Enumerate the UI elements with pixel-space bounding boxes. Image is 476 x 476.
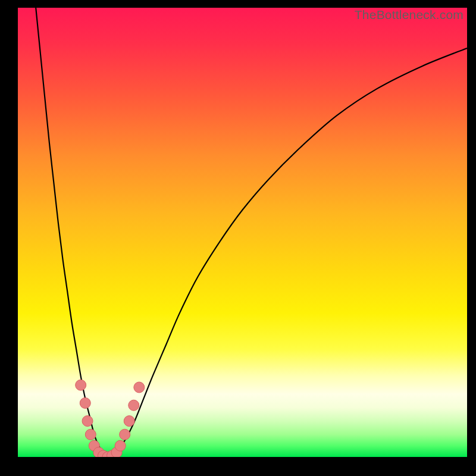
curve-marker <box>76 380 86 390</box>
curve-marker <box>82 416 93 427</box>
curve-marker <box>85 429 96 440</box>
chart-plot-area: TheBottleneck.com <box>18 8 467 457</box>
chart-frame: TheBottleneck.com <box>0 0 476 476</box>
curve-marker <box>124 416 134 427</box>
curve-markers <box>76 380 145 457</box>
curve-marker <box>80 397 90 408</box>
curve-marker <box>129 400 139 411</box>
curve-marker <box>115 440 126 451</box>
curve-marker <box>120 429 130 440</box>
bottleneck-chart <box>18 8 467 457</box>
curve-marker <box>134 382 145 393</box>
bottleneck-curve <box>36 8 467 457</box>
